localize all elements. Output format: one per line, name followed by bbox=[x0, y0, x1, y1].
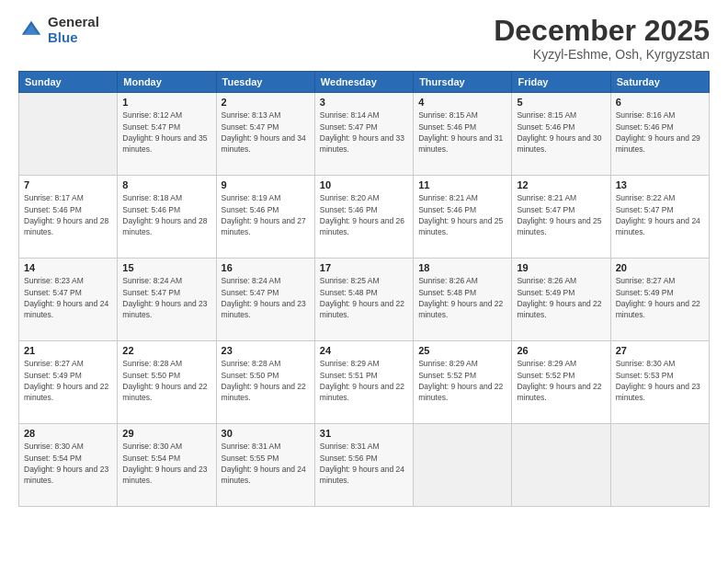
day-number: 20 bbox=[616, 262, 704, 273]
day-detail: Sunrise: 8:29 AMSunset: 5:52 PMDaylight:… bbox=[418, 359, 503, 402]
day-number: 24 bbox=[320, 345, 408, 356]
table-row: 6 Sunrise: 8:16 AMSunset: 5:46 PMDayligh… bbox=[610, 93, 709, 176]
table-row: 7 Sunrise: 8:17 AMSunset: 5:46 PMDayligh… bbox=[19, 176, 118, 259]
table-row: 13 Sunrise: 8:22 AMSunset: 5:47 PMDaylig… bbox=[610, 176, 709, 259]
day-number: 2 bbox=[222, 97, 310, 108]
table-row: 29 Sunrise: 8:30 AMSunset: 5:54 PMDaylig… bbox=[118, 424, 216, 507]
day-detail: Sunrise: 8:26 AMSunset: 5:48 PMDaylight:… bbox=[418, 276, 503, 319]
table-row: 24 Sunrise: 8:29 AMSunset: 5:51 PMDaylig… bbox=[314, 341, 413, 424]
day-number: 21 bbox=[24, 345, 112, 356]
day-detail: Sunrise: 8:28 AMSunset: 5:50 PMDaylight:… bbox=[222, 359, 306, 402]
col-sunday: Sunday bbox=[19, 72, 118, 93]
day-detail: Sunrise: 8:31 AMSunset: 5:56 PMDaylight:… bbox=[320, 442, 404, 485]
table-row: 17 Sunrise: 8:25 AMSunset: 5:48 PMDaylig… bbox=[314, 259, 413, 341]
col-wednesday: Wednesday bbox=[314, 72, 413, 93]
table-row: 15 Sunrise: 8:24 AMSunset: 5:47 PMDaylig… bbox=[118, 259, 216, 341]
day-detail: Sunrise: 8:24 AMSunset: 5:47 PMDaylight:… bbox=[222, 276, 306, 319]
table-row: 3 Sunrise: 8:14 AMSunset: 5:47 PMDayligh… bbox=[314, 93, 413, 176]
table-row: 20 Sunrise: 8:27 AMSunset: 5:49 PMDaylig… bbox=[610, 259, 709, 341]
day-detail: Sunrise: 8:30 AMSunset: 5:54 PMDaylight:… bbox=[122, 442, 207, 485]
day-number: 27 bbox=[616, 345, 704, 356]
table-row: 5 Sunrise: 8:15 AMSunset: 5:46 PMDayligh… bbox=[512, 93, 610, 176]
table-row: 28 Sunrise: 8:30 AMSunset: 5:54 PMDaylig… bbox=[19, 424, 118, 507]
table-row: 19 Sunrise: 8:26 AMSunset: 5:49 PMDaylig… bbox=[512, 259, 610, 341]
day-number: 18 bbox=[418, 262, 506, 273]
logo-text: General Blue bbox=[48, 15, 99, 45]
day-number: 13 bbox=[616, 179, 704, 190]
table-row: 12 Sunrise: 8:21 AMSunset: 5:47 PMDaylig… bbox=[512, 176, 610, 259]
day-number: 22 bbox=[122, 345, 210, 356]
day-number: 23 bbox=[222, 345, 310, 356]
day-number: 29 bbox=[122, 428, 210, 439]
day-number: 25 bbox=[418, 345, 506, 356]
col-friday: Friday bbox=[512, 72, 610, 93]
page-header: General Blue December 2025 Kyzyl-Eshme, … bbox=[18, 15, 710, 62]
col-tuesday: Tuesday bbox=[216, 72, 314, 93]
day-number: 28 bbox=[24, 428, 112, 439]
day-detail: Sunrise: 8:23 AMSunset: 5:47 PMDaylight:… bbox=[24, 276, 108, 319]
day-number: 3 bbox=[320, 97, 408, 108]
table-row bbox=[414, 424, 512, 507]
subtitle: Kyzyl-Eshme, Osh, Kyrgyzstan bbox=[494, 47, 710, 62]
day-detail: Sunrise: 8:29 AMSunset: 5:52 PMDaylight:… bbox=[517, 359, 601, 402]
day-number: 15 bbox=[122, 262, 210, 273]
day-number: 8 bbox=[122, 179, 210, 190]
day-detail: Sunrise: 8:30 AMSunset: 5:54 PMDaylight:… bbox=[24, 442, 108, 485]
day-detail: Sunrise: 8:21 AMSunset: 5:47 PMDaylight:… bbox=[517, 193, 601, 236]
day-detail: Sunrise: 8:29 AMSunset: 5:51 PMDaylight:… bbox=[320, 359, 404, 402]
day-detail: Sunrise: 8:27 AMSunset: 5:49 PMDaylight:… bbox=[24, 359, 108, 402]
day-number: 31 bbox=[320, 428, 408, 439]
day-detail: Sunrise: 8:30 AMSunset: 5:53 PMDaylight:… bbox=[616, 359, 700, 402]
day-detail: Sunrise: 8:22 AMSunset: 5:47 PMDaylight:… bbox=[616, 193, 700, 236]
day-detail: Sunrise: 8:18 AMSunset: 5:46 PMDaylight:… bbox=[122, 193, 207, 236]
table-row: 10 Sunrise: 8:20 AMSunset: 5:46 PMDaylig… bbox=[314, 176, 413, 259]
table-row: 1 Sunrise: 8:12 AMSunset: 5:47 PMDayligh… bbox=[118, 93, 216, 176]
day-number: 11 bbox=[418, 179, 506, 190]
logo-blue-text: Blue bbox=[48, 30, 99, 46]
calendar-header: Sunday Monday Tuesday Wednesday Thursday… bbox=[19, 72, 710, 93]
calendar-table: Sunday Monday Tuesday Wednesday Thursday… bbox=[18, 71, 710, 507]
table-row: 4 Sunrise: 8:15 AMSunset: 5:46 PMDayligh… bbox=[414, 93, 512, 176]
table-row: 22 Sunrise: 8:28 AMSunset: 5:50 PMDaylig… bbox=[118, 341, 216, 424]
day-number: 17 bbox=[320, 262, 408, 273]
day-detail: Sunrise: 8:31 AMSunset: 5:55 PMDaylight:… bbox=[222, 442, 306, 485]
day-number: 7 bbox=[24, 179, 112, 190]
calendar-body: 1 Sunrise: 8:12 AMSunset: 5:47 PMDayligh… bbox=[19, 93, 710, 507]
table-row: 23 Sunrise: 8:28 AMSunset: 5:50 PMDaylig… bbox=[216, 341, 314, 424]
day-number: 9 bbox=[222, 179, 310, 190]
day-detail: Sunrise: 8:19 AMSunset: 5:46 PMDaylight:… bbox=[222, 193, 306, 236]
header-row: Sunday Monday Tuesday Wednesday Thursday… bbox=[19, 72, 710, 93]
table-row: 27 Sunrise: 8:30 AMSunset: 5:53 PMDaylig… bbox=[610, 341, 709, 424]
day-detail: Sunrise: 8:20 AMSunset: 5:46 PMDaylight:… bbox=[320, 193, 404, 236]
table-row: 18 Sunrise: 8:26 AMSunset: 5:48 PMDaylig… bbox=[414, 259, 512, 341]
table-row: 25 Sunrise: 8:29 AMSunset: 5:52 PMDaylig… bbox=[414, 341, 512, 424]
calendar-page: General Blue December 2025 Kyzyl-Eshme, … bbox=[0, 0, 728, 563]
day-detail: Sunrise: 8:21 AMSunset: 5:46 PMDaylight:… bbox=[418, 193, 503, 236]
day-number: 26 bbox=[517, 345, 605, 356]
day-detail: Sunrise: 8:28 AMSunset: 5:50 PMDaylight:… bbox=[122, 359, 207, 402]
day-detail: Sunrise: 8:16 AMSunset: 5:46 PMDaylight:… bbox=[616, 110, 700, 154]
logo-icon bbox=[18, 17, 44, 43]
table-row bbox=[19, 93, 118, 176]
table-row: 30 Sunrise: 8:31 AMSunset: 5:55 PMDaylig… bbox=[216, 424, 314, 507]
day-detail: Sunrise: 8:26 AMSunset: 5:49 PMDaylight:… bbox=[517, 276, 601, 319]
day-detail: Sunrise: 8:24 AMSunset: 5:47 PMDaylight:… bbox=[122, 276, 207, 319]
day-detail: Sunrise: 8:15 AMSunset: 5:46 PMDaylight:… bbox=[517, 110, 601, 154]
day-number: 12 bbox=[517, 179, 605, 190]
table-row: 21 Sunrise: 8:27 AMSunset: 5:49 PMDaylig… bbox=[19, 341, 118, 424]
main-title: December 2025 bbox=[494, 15, 710, 47]
day-number: 30 bbox=[222, 428, 310, 439]
day-detail: Sunrise: 8:25 AMSunset: 5:48 PMDaylight:… bbox=[320, 276, 404, 319]
table-row: 11 Sunrise: 8:21 AMSunset: 5:46 PMDaylig… bbox=[414, 176, 512, 259]
day-number: 14 bbox=[24, 262, 112, 273]
col-thursday: Thursday bbox=[414, 72, 512, 93]
title-block: December 2025 Kyzyl-Eshme, Osh, Kyrgyzst… bbox=[494, 15, 710, 62]
day-detail: Sunrise: 8:17 AMSunset: 5:46 PMDaylight:… bbox=[24, 193, 108, 236]
col-saturday: Saturday bbox=[610, 72, 709, 93]
table-row bbox=[512, 424, 610, 507]
table-row: 16 Sunrise: 8:24 AMSunset: 5:47 PMDaylig… bbox=[216, 259, 314, 341]
day-detail: Sunrise: 8:13 AMSunset: 5:47 PMDaylight:… bbox=[222, 110, 306, 154]
table-row: 14 Sunrise: 8:23 AMSunset: 5:47 PMDaylig… bbox=[19, 259, 118, 341]
day-number: 4 bbox=[418, 97, 506, 108]
day-detail: Sunrise: 8:27 AMSunset: 5:49 PMDaylight:… bbox=[616, 276, 700, 319]
